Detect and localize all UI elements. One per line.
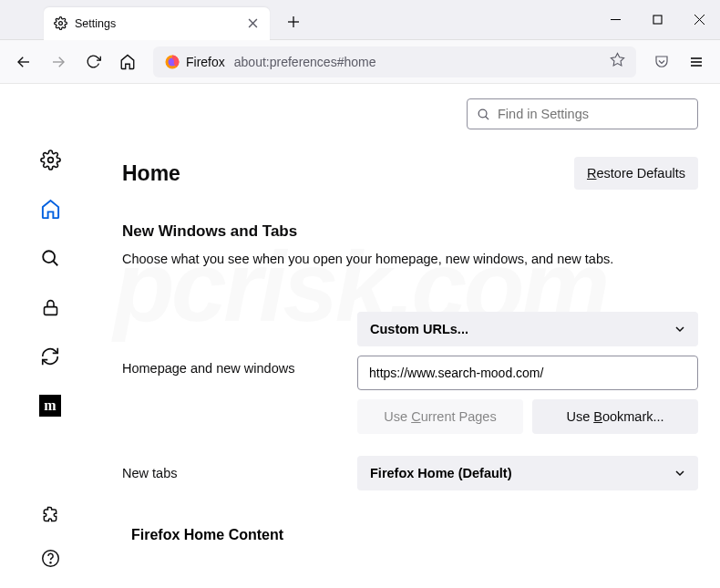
- svg-point-17: [47, 157, 53, 162]
- minimize-button[interactable]: [594, 0, 636, 39]
- browser-tab[interactable]: Settings: [44, 7, 270, 40]
- help-icon[interactable]: [38, 546, 62, 570]
- homepage-url-input[interactable]: [357, 356, 698, 390]
- newtabs-dropdown[interactable]: Firefox Home (Default): [357, 456, 698, 490]
- svg-point-0: [58, 22, 62, 26]
- dropdown-value: Custom URLs...: [370, 322, 468, 336]
- app-menu-button[interactable]: [682, 47, 711, 77]
- content-area: pcrisk.com m: [0, 84, 720, 588]
- chevron-down-icon: [674, 324, 685, 335]
- homepage-label: Homepage and new windows: [122, 312, 357, 376]
- svg-point-22: [49, 562, 50, 562]
- svg-marker-13: [611, 53, 623, 65]
- page-title: Home: [122, 161, 180, 186]
- svg-rect-6: [653, 15, 662, 24]
- settings-search[interactable]: [467, 98, 698, 129]
- home-category-icon[interactable]: [38, 197, 62, 221]
- back-button[interactable]: [9, 47, 38, 77]
- general-category-icon[interactable]: [38, 148, 62, 171]
- close-window-button[interactable]: [678, 0, 720, 39]
- identity-box[interactable]: Firefox: [164, 54, 225, 70]
- search-icon: [477, 108, 490, 121]
- new-tab-button[interactable]: [281, 9, 306, 35]
- svg-point-23: [478, 109, 487, 118]
- dropdown-value: Firefox Home (Default): [370, 466, 512, 480]
- url-text: about:preferences#home: [234, 55, 376, 69]
- toolbar: Firefox about:preferences#home: [0, 40, 720, 84]
- newtabs-label: New tabs: [122, 466, 357, 480]
- bookmark-star-icon[interactable]: [610, 52, 625, 71]
- forward-button: [44, 47, 73, 77]
- extensions-category-icon[interactable]: [38, 502, 62, 526]
- reload-button[interactable]: [78, 47, 108, 77]
- gear-icon: [53, 16, 67, 31]
- section-new-windows-title: New Windows and Tabs: [122, 222, 698, 241]
- preferences-sidebar: m: [0, 84, 100, 588]
- settings-search-input[interactable]: [498, 107, 688, 121]
- identity-label: Firefox: [186, 55, 225, 69]
- pocket-button[interactable]: [647, 47, 676, 77]
- address-bar[interactable]: Firefox about:preferences#home: [153, 46, 636, 77]
- use-bookmark-button[interactable]: Use Bookmark...: [532, 399, 698, 434]
- restore-defaults-button[interactable]: Restore Defaults: [574, 157, 698, 190]
- titlebar: Settings: [0, 0, 720, 40]
- section-new-windows-desc: Choose what you see when you open your h…: [122, 250, 698, 268]
- svg-line-19: [53, 261, 57, 265]
- sync-category-icon[interactable]: [38, 345, 62, 368]
- section-firefox-home-title: Firefox Home Content: [131, 527, 698, 543]
- tab-title: Settings: [75, 17, 237, 30]
- use-current-pages-button: Use Current Pages: [357, 399, 523, 434]
- svg-point-18: [43, 251, 55, 263]
- search-category-icon[interactable]: [38, 246, 62, 270]
- home-button[interactable]: [113, 47, 142, 77]
- maximize-button[interactable]: [636, 0, 678, 39]
- window-controls: [594, 0, 720, 39]
- firefox-icon: [164, 54, 180, 70]
- privacy-category-icon[interactable]: [38, 295, 62, 319]
- svg-rect-20: [44, 306, 57, 315]
- main-panel: Home Restore Defaults New Windows and Ta…: [100, 84, 720, 588]
- svg-line-24: [486, 116, 489, 119]
- more-from-mozilla-icon[interactable]: m: [38, 394, 62, 418]
- homepage-mode-dropdown[interactable]: Custom URLs...: [357, 312, 698, 346]
- chevron-down-icon: [674, 468, 685, 479]
- tab-close-button[interactable]: [244, 15, 261, 32]
